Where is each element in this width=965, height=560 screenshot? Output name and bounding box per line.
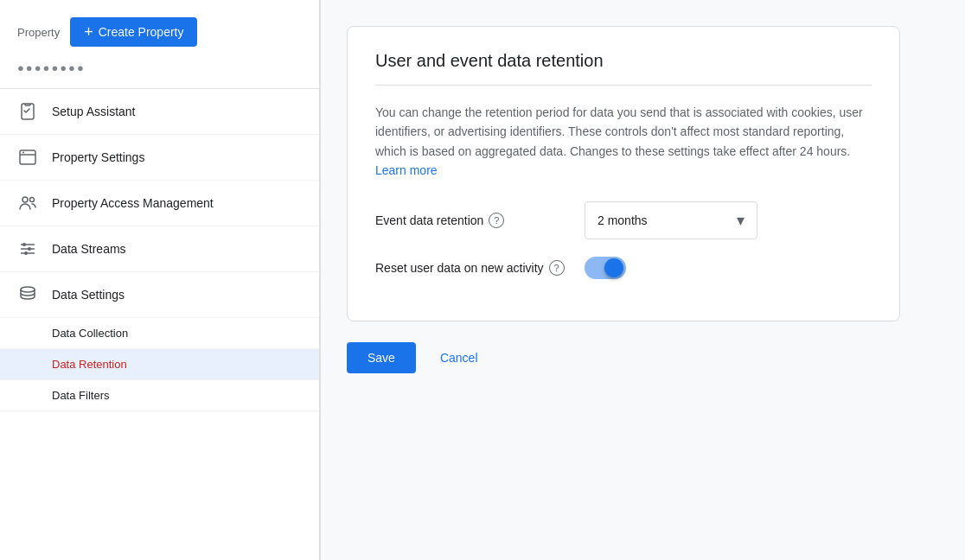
sidebar-item-label-setup: Setup Assistant bbox=[52, 104, 136, 119]
sidebar-item-label-streams: Data Streams bbox=[52, 241, 126, 257]
sidebar-item-data-settings[interactable]: Data Settings bbox=[0, 272, 319, 318]
create-property-button[interactable]: + Create Property bbox=[70, 17, 197, 47]
database-icon bbox=[17, 284, 38, 305]
sidebar-item-data-retention[interactable]: Data Retention bbox=[0, 349, 319, 380]
svg-point-4 bbox=[22, 197, 28, 202]
streams-icon bbox=[17, 239, 38, 259]
event-retention-dropdown[interactable]: 2 months ▾ bbox=[585, 201, 757, 239]
people-icon bbox=[17, 193, 38, 213]
clipboard-icon bbox=[17, 101, 38, 122]
sidebar-item-setup-assistant[interactable]: Setup Assistant bbox=[0, 89, 319, 135]
sidebar-item-label-data: Data Settings bbox=[52, 287, 125, 302]
sidebar-item-label-access: Property Access Management bbox=[52, 195, 214, 211]
sidebar-item-property-settings[interactable]: Property Settings bbox=[0, 135, 319, 181]
reset-user-help-icon[interactable]: ? bbox=[549, 260, 565, 276]
sidebar: Property + Create Property Setup Assista… bbox=[0, 0, 320, 560]
event-retention-row: Event data retention ? 2 months ▾ bbox=[375, 201, 872, 239]
sidebar-item-data-filters[interactable]: Data Filters bbox=[0, 380, 319, 411]
reset-user-label: Reset user data on new activity ? bbox=[375, 260, 574, 276]
property-name-input[interactable] bbox=[17, 61, 302, 74]
event-retention-label: Event data retention ? bbox=[375, 213, 574, 228]
svg-point-12 bbox=[21, 287, 35, 292]
reset-user-row: Reset user data on new activity ? bbox=[375, 257, 872, 279]
reset-user-toggle[interactable] bbox=[585, 257, 626, 279]
retention-card: User and event data retention You can ch… bbox=[347, 26, 900, 321]
svg-point-9 bbox=[22, 243, 26, 246]
event-retention-help-icon[interactable]: ? bbox=[489, 213, 504, 228]
sidebar-item-data-collection[interactable]: Data Collection bbox=[0, 318, 319, 349]
property-name-row bbox=[0, 60, 319, 89]
action-buttons: Save Cancel bbox=[347, 342, 939, 373]
sidebar-item-label-property: Property Settings bbox=[52, 150, 144, 165]
svg-point-11 bbox=[24, 251, 28, 255]
svg-point-5 bbox=[30, 198, 35, 202]
svg-point-10 bbox=[28, 247, 31, 251]
property-label: Property bbox=[17, 26, 60, 39]
card-title: User and event data retention bbox=[375, 51, 872, 86]
browser-icon bbox=[17, 147, 38, 168]
sidebar-item-property-access[interactable]: Property Access Management bbox=[0, 181, 319, 226]
svg-rect-1 bbox=[20, 150, 35, 164]
toggle-thumb bbox=[604, 258, 623, 277]
sidebar-item-data-streams[interactable]: Data Streams bbox=[0, 226, 319, 272]
save-button[interactable]: Save bbox=[347, 342, 416, 373]
chevron-down-icon: ▾ bbox=[737, 211, 745, 230]
main-content: User and event data retention You can ch… bbox=[321, 0, 965, 560]
card-description: You can change the retention period for … bbox=[375, 103, 872, 181]
sidebar-header: Property + Create Property bbox=[0, 17, 319, 60]
learn-more-link[interactable]: Learn more bbox=[375, 163, 438, 177]
plus-icon: + bbox=[84, 24, 93, 40]
nav-items: Setup Assistant Property Settings bbox=[0, 89, 319, 560]
cancel-button[interactable]: Cancel bbox=[426, 342, 492, 373]
